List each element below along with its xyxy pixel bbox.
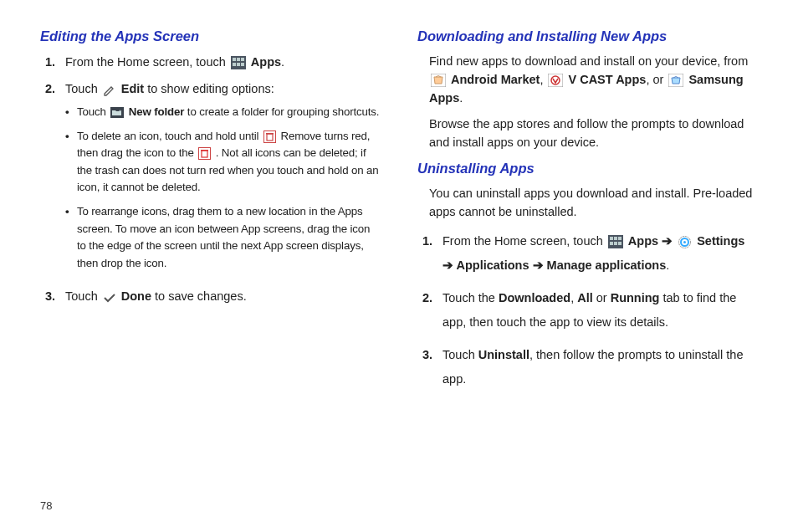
step-2: 2. Touch Edit to show editing options: •…	[40, 79, 381, 279]
all-label: All	[577, 291, 593, 304]
bullet-marker: •	[65, 128, 77, 197]
settings-label: Settings	[697, 234, 744, 248]
heading-editing-apps: Editing the Apps Screen	[40, 28, 381, 44]
android-market-icon	[431, 74, 446, 87]
step-number: 1.	[417, 229, 442, 278]
heading-uninstalling: Uninstalling Apps	[417, 161, 758, 176]
step-number: 3.	[40, 287, 65, 305]
text: or	[593, 291, 611, 304]
svg-point-28	[683, 241, 686, 243]
step-body: From the Home screen, touch Apps.	[65, 53, 381, 71]
manage-applications-label: Manage applications	[547, 258, 667, 272]
right-column: Downloading and Installing New Apps Find…	[417, 28, 758, 400]
text: ,	[570, 291, 577, 304]
paragraph-browse: Browse the app stores and follow the pro…	[429, 115, 758, 152]
trash-icon	[263, 130, 276, 143]
bullet-body: Touch + New folder to create a folder fo…	[77, 104, 381, 121]
new-folder-label: New folder	[129, 105, 184, 118]
paragraph-find-apps: Find new apps to download and install on…	[429, 53, 758, 107]
bullet-rearrange: • To rearrange icons, drag them to a new…	[65, 203, 381, 272]
text: From the Home screen, touch	[442, 234, 606, 248]
apps-grid-icon	[231, 56, 246, 69]
vcast-label: V CAST Apps	[568, 73, 646, 86]
android-market-label: Android Market	[451, 73, 540, 86]
check-icon	[103, 293, 116, 303]
bullet-body: To delete an icon, touch and hold until …	[77, 128, 381, 197]
step-body: Touch Uninstall, then follow the prompts…	[442, 343, 758, 391]
text: .	[459, 91, 463, 105]
downloaded-label: Downloaded	[499, 291, 570, 304]
text: Touch	[442, 348, 478, 361]
step-body: Touch Edit to show editing options: • To…	[65, 79, 381, 279]
step-number: 2.	[40, 79, 65, 279]
pencil-icon	[103, 84, 116, 96]
svg-rect-25	[618, 242, 622, 245]
text: Touch	[65, 82, 101, 95]
svg-rect-2	[237, 58, 240, 61]
svg-rect-20	[610, 237, 613, 240]
step-3: 3. Touch Done to save changes.	[40, 287, 381, 305]
text: to save changes.	[151, 289, 247, 303]
left-column: Editing the Apps Screen 1. From the Home…	[40, 28, 381, 400]
applications-label: Applications	[457, 258, 529, 272]
svg-rect-1	[233, 58, 236, 61]
paragraph-uninstall-intro: You can uninstall apps you download and …	[429, 185, 758, 222]
svg-rect-14	[201, 150, 208, 151]
svg-rect-24	[614, 242, 617, 245]
text: ,	[540, 73, 546, 86]
text: Touch the	[442, 291, 499, 304]
uninstall-step-3: 3. Touch Uninstall, then follow the prom…	[417, 343, 758, 391]
step-number: 1.	[40, 53, 65, 71]
svg-rect-23	[610, 242, 613, 245]
edit-label: Edit	[121, 82, 144, 95]
folder-add-icon: +	[110, 107, 124, 118]
svg-rect-3	[241, 58, 244, 61]
bullet-marker: •	[65, 104, 77, 121]
svg-rect-22	[618, 237, 622, 240]
uninstall-step-2: 2. Touch the Downloaded, All or Running …	[417, 286, 758, 335]
vcast-icon	[548, 74, 563, 87]
apps-grid-icon	[608, 235, 623, 248]
arrow-icon: ➔	[442, 258, 457, 272]
text: to show editing options:	[144, 82, 274, 95]
apps-label: Apps	[251, 55, 281, 69]
running-label: Running	[611, 291, 660, 304]
trash-red-icon	[198, 147, 211, 160]
text: To delete an icon, touch and hold until	[77, 130, 262, 142]
step-body: From the Home screen, touch Apps ➔ Setti…	[442, 229, 758, 278]
settings-gear-icon	[678, 235, 692, 249]
page-number: 78	[40, 499, 52, 512]
svg-rect-21	[614, 237, 617, 240]
text: Find new apps to download and install on…	[429, 54, 748, 68]
text: to create a folder for grouping shortcut…	[184, 105, 379, 118]
step-body: Touch the Downloaded, All or Running tab…	[442, 286, 758, 335]
arrow-icon: ➔	[529, 258, 547, 272]
text: .	[666, 258, 669, 272]
arrow-icon: ➔	[658, 234, 676, 248]
bullet-delete-icon: • To delete an icon, touch and hold unti…	[65, 128, 381, 197]
step-number: 3.	[417, 343, 442, 391]
heading-downloading: Downloading and Installing New Apps	[417, 28, 758, 44]
svg-rect-4	[233, 63, 236, 66]
bullet-marker: •	[65, 203, 77, 272]
svg-rect-5	[237, 63, 240, 66]
text: Touch	[65, 289, 101, 303]
svg-rect-6	[241, 63, 244, 66]
text: Touch	[77, 105, 109, 118]
samsung-apps-icon	[668, 74, 683, 87]
uninstall-label: Uninstall	[478, 348, 529, 361]
step-1: 1. From the Home screen, touch Apps.	[40, 53, 381, 71]
text: From the Home screen, touch	[65, 55, 229, 69]
step-body: Touch Done to save changes.	[65, 287, 381, 305]
svg-rect-11	[266, 133, 274, 135]
step-number: 2.	[417, 286, 442, 335]
bullet-new-folder: • Touch + New folder to create a folder …	[65, 104, 381, 121]
text: .	[281, 55, 284, 69]
done-label: Done	[121, 289, 151, 303]
apps-label: Apps	[628, 234, 658, 248]
text: , or	[646, 73, 667, 86]
uninstall-step-1: 1. From the Home screen, touch Apps ➔ Se…	[417, 229, 758, 278]
bullet-body: To rearrange icons, drag them to a new l…	[77, 203, 381, 272]
